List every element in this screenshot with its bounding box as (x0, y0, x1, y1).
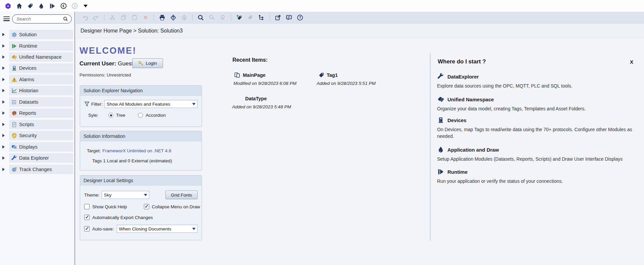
panel-title: Solution Explorer Navigation (80, 86, 202, 96)
sidebar-item-unified-namespace[interactable]: Unified Namespace (0, 52, 75, 62)
import-document-icon[interactable] (180, 14, 188, 21)
style-radio-accordion[interactable] (138, 113, 143, 118)
start-item-label: Devices (447, 117, 467, 123)
paste-icon[interactable] (131, 14, 138, 21)
breadcrumb[interactable]: Designer Home Page > Solution: Solution3 (76, 23, 644, 38)
open-external-icon[interactable] (274, 14, 281, 21)
sidebar-item-alarms[interactable]: Alarms (0, 75, 75, 84)
expand-arrow-icon[interactable] (2, 33, 5, 36)
autosave-select[interactable]: When Closing Documents (117, 225, 198, 233)
sidebar-item-security[interactable]: Security (0, 131, 75, 140)
grid-fonts-button[interactable]: Grid Fonts (165, 191, 198, 199)
start-item-label: Runtime (447, 169, 468, 175)
hamburger-menu-icon[interactable] (3, 16, 10, 21)
start-item-devices[interactable]: Devices (437, 117, 467, 123)
expand-arrow-icon[interactable] (2, 123, 5, 126)
expand-arrow-icon[interactable] (2, 78, 5, 81)
sidebar: Solution Runtime Unified Namespace Devic… (0, 12, 75, 265)
wrench-icon (11, 155, 17, 161)
navigate-forward-icon[interactable] (71, 3, 78, 9)
sidebar-item-datasets[interactable]: Datasets (0, 97, 75, 107)
expand-arrow-icon[interactable] (2, 168, 5, 171)
script-document-icon (11, 122, 17, 127)
undo-icon[interactable] (81, 14, 89, 21)
comment-icon[interactable] (285, 14, 292, 21)
style-radio-tree[interactable] (108, 113, 113, 118)
start-item-runtime[interactable]: Runtime (437, 168, 468, 175)
expand-arrow-icon[interactable] (2, 100, 5, 104)
auto-export-checkbox[interactable] (84, 215, 90, 220)
expand-arrow-icon[interactable] (2, 156, 5, 160)
sidebar-item-devices[interactable]: Devices (0, 63, 75, 73)
search-next-icon[interactable] (208, 14, 215, 21)
draw-icon[interactable] (38, 3, 45, 9)
local-settings-panel: Designer Local Settings Theme: Sky Grid … (80, 175, 202, 240)
search-icon (63, 16, 68, 21)
help-icon[interactable]: ? (296, 14, 304, 21)
recent-item-datatype[interactable]: DataType (245, 96, 267, 101)
designer-window: Solution Runtime Unified Namespace Devic… (0, 0, 644, 265)
search-box[interactable] (12, 14, 72, 23)
navigate-back-icon[interactable] (60, 3, 67, 9)
redo-icon[interactable] (92, 14, 100, 21)
close-icon[interactable]: X (630, 59, 633, 65)
autosave-checkbox[interactable] (84, 226, 90, 231)
start-item-unified-namespace[interactable]: Unified Namespace (437, 96, 494, 103)
theme-select[interactable]: Sky (102, 191, 149, 199)
export-document-icon[interactable] (169, 14, 177, 21)
sidebar-item-runtime[interactable]: Runtime (0, 41, 75, 51)
tag-hierarchy-icon[interactable] (258, 14, 265, 21)
pages-icon (234, 72, 240, 78)
sidebar-item-displays[interactable]: Displays (0, 142, 75, 152)
gear-multicolor-icon (11, 167, 17, 172)
expand-arrow-icon[interactable] (2, 55, 5, 59)
recent-item-tag1[interactable]: Tag1 (327, 72, 338, 78)
add-tag-icon[interactable] (235, 14, 243, 21)
expand-arrow-icon[interactable] (2, 44, 5, 48)
play-icon (437, 168, 444, 175)
search-icon[interactable] (197, 14, 204, 21)
start-item-description: Setup Application Modules (Datasets, Rep… (437, 156, 633, 162)
dataset-rows-icon (11, 99, 17, 105)
expand-arrow-icon[interactable] (2, 66, 5, 70)
shield-icon (11, 133, 17, 139)
sidebar-item-solution[interactable]: Solution (0, 30, 75, 39)
monitors-icon (11, 144, 17, 150)
expand-arrow-icon[interactable] (2, 111, 5, 115)
tag-icon[interactable] (27, 3, 34, 9)
show-quick-help-checkbox[interactable] (84, 204, 90, 209)
filter-funnel-icon (84, 101, 90, 107)
target-label: Target: (87, 148, 101, 153)
sidebar-item-label: Scripts (19, 122, 34, 127)
home-icon[interactable] (16, 3, 22, 9)
filter-select[interactable]: Show All Modules and Features (104, 100, 198, 108)
tags-icon (437, 96, 444, 103)
sidebar-item-label: Alarms (19, 77, 34, 82)
collapse-menu-checkbox[interactable] (144, 204, 149, 209)
sidebar-item-historian[interactable]: Historian (0, 86, 75, 95)
menu-caret-icon[interactable] (82, 3, 89, 9)
filter-select-value: Show All Modules and Features (107, 102, 170, 107)
recent-item-mainpage[interactable]: MainPage (243, 72, 266, 78)
expand-arrow-icon[interactable] (2, 145, 5, 149)
runtime-icon[interactable] (49, 3, 56, 9)
expand-arrow-icon[interactable] (2, 89, 5, 92)
sidebar-item-reports[interactable]: Reports (0, 108, 75, 118)
cut-icon[interactable] (109, 14, 116, 21)
print-icon[interactable] (158, 14, 166, 21)
start-item-dataexplorer[interactable]: DataExplorer (437, 73, 479, 80)
toolbar-separator (192, 14, 193, 21)
sidebar-item-data-explorer[interactable]: Data Explorer (0, 153, 75, 163)
delete-icon[interactable] (142, 14, 149, 21)
start-item-application-and-draw[interactable]: Application and Draw (437, 146, 499, 153)
edit-tag-icon[interactable] (247, 14, 254, 21)
start-item-description: On Devices, map Tags to read/write data … (437, 126, 633, 140)
target-value-link[interactable]: FrameworX Unlimited on .NET 4.8 (102, 148, 171, 153)
copy-icon[interactable] (120, 14, 127, 21)
search-previous-icon[interactable] (219, 14, 226, 21)
sidebar-item-scripts[interactable]: Scripts (0, 120, 75, 129)
search-input[interactable] (16, 16, 63, 22)
sidebar-item-track-changes[interactable]: Track Changes (0, 165, 75, 174)
login-button[interactable]: Login (132, 58, 163, 68)
expand-arrow-icon[interactable] (2, 134, 5, 137)
